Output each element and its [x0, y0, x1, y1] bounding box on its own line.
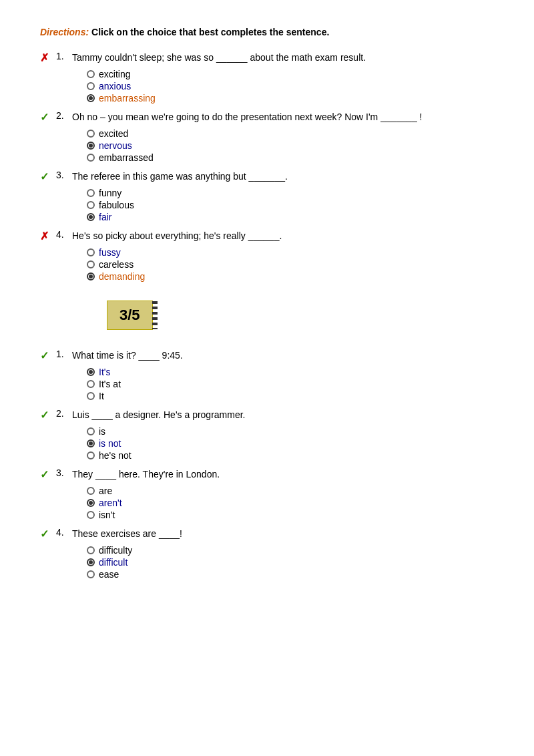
- radio-button[interactable]: [87, 439, 95, 447]
- option-row[interactable]: difficulty: [87, 545, 494, 556]
- wrong-icon: ✗: [40, 51, 52, 64]
- question-block: ✓ 3. They ____ here. They're in London. …: [40, 467, 494, 520]
- option-row[interactable]: fussy: [87, 247, 494, 258]
- option-row[interactable]: aren't: [87, 498, 494, 508]
- question-block: ✗ 4. He's so picky about everything; he'…: [40, 229, 494, 282]
- correct-icon: ✓: [40, 170, 52, 183]
- radio-button[interactable]: [87, 499, 95, 507]
- correct-icon: ✓: [40, 409, 52, 421]
- question-number: 4.: [56, 527, 68, 538]
- option-label: demanding: [99, 271, 145, 282]
- radio-button[interactable]: [87, 201, 95, 209]
- radio-button[interactable]: [87, 142, 95, 150]
- option-row[interactable]: exciting: [87, 69, 494, 79]
- directions-row: Directions: Click on the choice that bes…: [40, 27, 494, 37]
- option-label: is not: [99, 438, 121, 449]
- option-row[interactable]: fabulous: [87, 200, 494, 210]
- option-row[interactable]: difficult: [87, 557, 494, 568]
- option-label: anxious: [99, 81, 131, 91]
- question-row: ✓ 3. The referee in this game was anythi…: [40, 170, 494, 184]
- radio-button[interactable]: [87, 213, 95, 221]
- option-row[interactable]: anxious: [87, 81, 494, 91]
- option-row[interactable]: nervous: [87, 140, 494, 151]
- option-row[interactable]: ease: [87, 569, 494, 580]
- question-text: These exercises are ____!: [72, 527, 182, 541]
- option-label: ease: [99, 569, 119, 580]
- correct-icon: ✓: [40, 528, 52, 540]
- radio-button[interactable]: [87, 130, 95, 138]
- radio-button[interactable]: [87, 380, 95, 388]
- correct-icon: ✓: [40, 349, 52, 362]
- radio-button[interactable]: [87, 451, 95, 459]
- question-number: 1.: [56, 51, 68, 61]
- option-label: fabulous: [99, 200, 134, 210]
- radio-button[interactable]: [87, 570, 95, 578]
- option-label: are: [99, 486, 112, 496]
- question-text: Tammy couldn't sleep; she was so ______ …: [72, 51, 366, 65]
- radio-button[interactable]: [87, 511, 95, 519]
- option-label: excited: [99, 128, 128, 139]
- options-group: It's It's at It: [87, 367, 494, 401]
- question-number: 3.: [56, 467, 68, 478]
- question-text: What time is it? ____ 9:45.: [72, 349, 183, 363]
- option-row[interactable]: embarrassing: [87, 93, 494, 104]
- question-block: ✓ 1. What time is it? ____ 9:45. It's It…: [40, 349, 494, 401]
- correct-icon: ✓: [40, 468, 52, 481]
- option-row[interactable]: isn't: [87, 510, 494, 520]
- question-row: ✗ 1. Tammy couldn't sleep; she was so __…: [40, 51, 494, 65]
- option-row[interactable]: are: [87, 486, 494, 496]
- option-row[interactable]: funny: [87, 188, 494, 198]
- options-group: is is not he's not: [87, 426, 494, 461]
- radio-button[interactable]: [87, 427, 95, 435]
- radio-button[interactable]: [87, 154, 95, 162]
- radio-button[interactable]: [87, 368, 95, 376]
- radio-button[interactable]: [87, 189, 95, 197]
- option-row[interactable]: demanding: [87, 271, 494, 282]
- radio-button[interactable]: [87, 487, 95, 495]
- option-row[interactable]: is not: [87, 438, 494, 449]
- option-row[interactable]: is: [87, 426, 494, 437]
- correct-icon: ✓: [40, 111, 52, 124]
- radio-button[interactable]: [87, 546, 95, 554]
- question-number: 3.: [56, 170, 68, 180]
- question-row: ✓ 4. These exercises are ____!: [40, 527, 494, 541]
- option-row[interactable]: he's not: [87, 450, 494, 461]
- radio-button[interactable]: [87, 558, 95, 566]
- options-group: difficulty difficult ease: [87, 545, 494, 580]
- options-group: are aren't isn't: [87, 486, 494, 520]
- radio-button[interactable]: [87, 272, 95, 280]
- options-group: fussy careless demanding: [87, 247, 494, 282]
- option-row[interactable]: It: [87, 391, 494, 401]
- option-label: difficult: [99, 557, 127, 568]
- option-row[interactable]: embarrassed: [87, 152, 494, 163]
- question-number: 2.: [56, 110, 68, 121]
- option-row[interactable]: excited: [87, 128, 494, 139]
- question-number: 2.: [56, 408, 68, 419]
- option-row[interactable]: careless: [87, 259, 494, 270]
- question-block: ✓ 2. Oh no – you mean we're going to do …: [40, 110, 494, 163]
- option-label: fair: [99, 212, 111, 222]
- option-row[interactable]: fair: [87, 212, 494, 222]
- radio-button[interactable]: [87, 248, 95, 256]
- radio-button[interactable]: [87, 70, 95, 78]
- question-row: ✓ 3. They ____ here. They're in London.: [40, 467, 494, 482]
- option-label: It's at: [99, 379, 121, 389]
- option-label: exciting: [99, 69, 130, 79]
- question-text: They ____ here. They're in London.: [72, 467, 220, 482]
- question-text: Oh no – you mean we're going to do the p…: [72, 110, 422, 124]
- radio-button[interactable]: [87, 260, 95, 268]
- directions-text: Click on the choice that best completes …: [91, 27, 329, 37]
- question-row: ✓ 2. Luis ____ a designer. He's a progra…: [40, 408, 494, 422]
- question-row: ✗ 4. He's so picky about everything; he'…: [40, 229, 494, 243]
- option-row[interactable]: It's: [87, 367, 494, 377]
- option-label: embarrassed: [99, 152, 154, 163]
- radio-button[interactable]: [87, 82, 95, 90]
- radio-button[interactable]: [87, 392, 95, 400]
- option-label: It's: [99, 367, 110, 377]
- option-label: funny: [99, 188, 121, 198]
- option-label: It: [99, 391, 104, 401]
- radio-button[interactable]: [87, 94, 95, 102]
- directions-label: Directions:: [40, 27, 89, 37]
- options-group: funny fabulous fair: [87, 188, 494, 222]
- option-row[interactable]: It's at: [87, 379, 494, 389]
